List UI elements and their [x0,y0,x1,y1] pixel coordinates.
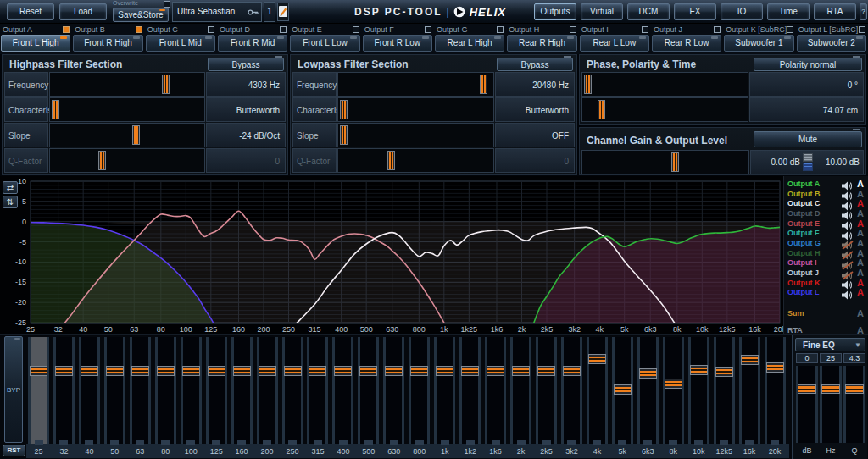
nav-fx-button[interactable]: FX [674,3,716,20]
channel-tab[interactable]: Rear L High [435,35,504,52]
bypass-button[interactable]: Bypass [497,58,573,71]
eq-slider-handle[interactable] [690,365,708,375]
eq-slider-handle[interactable] [106,366,124,376]
legend-row[interactable]: Output DA [787,208,866,218]
eq-slider-handle[interactable] [131,366,149,376]
eq-slider-handle[interactable] [55,366,73,376]
eq-slider-1k6[interactable] [485,337,506,444]
eq-slider-handle[interactable] [157,366,175,376]
eq-slider-5k[interactable] [612,337,633,444]
eq-slider-handle[interactable] [512,366,530,376]
gain-stepper-down[interactable] [803,163,813,171]
overwrite-checkbox[interactable] [164,1,170,8]
channel-tab[interactable]: Front L High [1,35,70,52]
legend-row[interactable]: Output EA [787,218,866,229]
eq-slider-25[interactable] [28,337,49,444]
legend-row[interactable]: Output HA [787,248,866,258]
legend-row[interactable]: Output AA [787,179,866,189]
output-link-checkbox[interactable] [642,26,648,33]
eq-slider-250[interactable] [282,337,303,444]
eq-slider-handle[interactable] [614,384,632,395]
channel-tab[interactable]: Rear R Low [652,35,721,52]
eq-slider-100[interactable] [181,337,202,444]
output-link-checkbox[interactable] [425,26,431,33]
fine-eq-slider-handle[interactable] [845,384,864,394]
eq-slider-handle[interactable] [741,355,759,365]
eq-slider-63[interactable] [130,337,151,444]
eq-slider-handle[interactable] [334,366,352,376]
profile-name-field[interactable]: Ultra Sebastian [172,2,262,22]
legend-row[interactable]: Output BA [787,189,866,199]
eq-slider-handle[interactable] [588,354,606,364]
eq-slider-handle[interactable] [715,367,733,377]
nav-outputs-button[interactable]: Outputs [534,3,576,20]
output-link-checkbox[interactable] [136,26,142,33]
legend-row[interactable]: Output LA [787,288,866,298]
output-link-checkbox[interactable] [208,26,214,33]
eq-slider-handle[interactable] [410,366,428,376]
eq-slider-handle[interactable] [639,368,657,379]
preset-badge[interactable]: A [854,189,866,199]
eq-slider-handle[interactable] [665,379,682,389]
eq-slider-315[interactable] [307,337,328,444]
mute-button[interactable]: Mute [754,131,862,147]
slider-handle[interactable] [340,125,348,145]
preset-badge[interactable]: A [854,257,866,268]
gain-stepper-up[interactable] [803,153,813,162]
preset-badge[interactable]: A [854,287,866,297]
edit-icon[interactable] [277,3,289,21]
slider-handle[interactable] [340,100,348,119]
eq-slider-handle[interactable] [359,366,377,376]
nav-rta-button[interactable]: RTA [814,3,856,20]
legend-row[interactable]: Output GA [787,238,866,248]
gain-slider[interactable] [581,150,749,174]
param-slider[interactable] [49,123,205,147]
eq-slider-handle[interactable] [563,366,581,376]
eq-slider-20k[interactable] [765,337,786,444]
save-store-button[interactable]: Save&Store [113,8,169,22]
eq-slider-1k[interactable] [434,337,455,444]
eq-slider-8k[interactable] [663,337,684,444]
channel-tab[interactable]: Front R Mid [218,35,287,52]
channel-tab[interactable]: Subwoofer 1 [724,35,793,52]
legend-row[interactable]: Output CA [787,198,866,208]
eq-slider-handle[interactable] [284,366,302,376]
eq-slider-3k2[interactable] [561,337,582,444]
fine-eq-slider-handle[interactable] [821,384,840,394]
eq-slider-800[interactable] [409,337,430,444]
eq-slider-80[interactable] [155,337,176,444]
eq-slider-160[interactable] [231,337,253,444]
channel-tab[interactable]: Subwoofer 2 [797,35,866,52]
scale-horizontal-button[interactable]: ⇄ [3,181,18,194]
eq-slider-handle[interactable] [182,366,200,376]
response-plot[interactable]: 1050-5-10-15-20-252532405063801001251602… [0,176,783,334]
channel-tab[interactable]: Rear L Low [580,35,649,52]
param-slider[interactable] [49,72,205,97]
eq-slider-40[interactable] [79,337,100,444]
nav-dcm-button[interactable]: DCM [627,3,670,20]
output-link-checkbox[interactable] [714,26,721,33]
help-button[interactable]: ? [860,3,867,20]
nav-time-button[interactable]: Time [767,3,810,20]
output-link-checkbox[interactable] [859,26,865,33]
output-link-checkbox[interactable] [63,26,70,33]
param-slider[interactable] [337,148,494,173]
eq-slider-handle[interactable] [461,366,479,376]
param-slider[interactable] [581,97,748,122]
slider-handle[interactable] [598,100,605,119]
preset-badge[interactable]: A [854,248,866,258]
eq-slider-6k3[interactable] [637,337,659,444]
eq-slider-32[interactable] [53,337,75,444]
legend-sum-row[interactable]: SumA [787,308,866,318]
slider-handle[interactable] [162,75,170,94]
channel-tab[interactable]: Front L Low [290,35,359,52]
preset-badge[interactable]: A [854,278,866,288]
polarity-normal-button[interactable]: Polarity normal [754,58,862,71]
param-slider[interactable] [49,97,205,122]
scale-vertical-button[interactable]: ⇅ [3,196,18,208]
fine-eq-select[interactable]: Fine EQ ▼ [795,338,865,351]
eq-slider-125[interactable] [206,337,227,444]
legend-row[interactable]: Output JA [787,268,866,278]
eq-slider-50[interactable] [104,337,125,444]
output-link-checkbox[interactable] [353,26,359,33]
